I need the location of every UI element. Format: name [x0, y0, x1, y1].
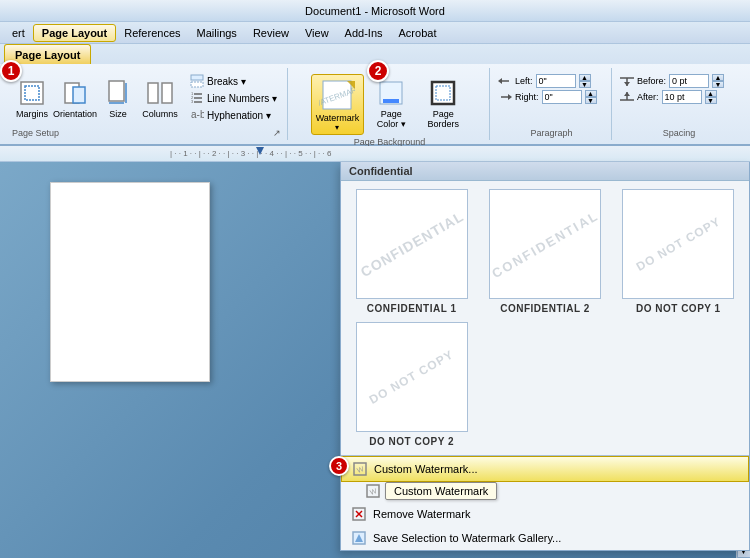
main-area: Confidential CONFIDENTIAL CONFIDENTIAL 1… [0, 162, 750, 558]
watermark-text-do-not-copy-2: DO NOT COPY [367, 347, 456, 407]
custom-watermark-container: 3 W Custom Watermark... W Custom Waterma… [341, 456, 749, 500]
watermark-dropdown-arrow: ▾ [335, 123, 339, 132]
menu-item-review[interactable]: Review [245, 25, 297, 41]
indent-right-spinner[interactable]: ▲ ▼ [585, 90, 597, 104]
remove-watermark-button[interactable]: Remove Watermark [341, 502, 749, 526]
watermark-text-confidential-2: CONFIDENTIAL [489, 207, 601, 280]
tooltip-row: W Custom Watermark [365, 482, 749, 500]
indent-group: Left: ▲ ▼ Right: ▲ ▼ [498, 74, 605, 104]
page-color-label: PageColor ▾ [377, 109, 406, 129]
line-numbers-label: Line Numbers ▾ [207, 93, 277, 104]
spacing-before-up[interactable]: ▲ [712, 74, 724, 81]
ribbon-group-spacing: Before: ▲ ▼ After: ▲ ▼ [614, 68, 744, 140]
paragraph-label: Paragraph [498, 126, 605, 138]
ribbon-group-paragraph: Left: ▲ ▼ Right: ▲ ▼ [492, 68, 612, 140]
svg-rect-9 [191, 75, 203, 80]
indent-left-label: Left: [515, 76, 533, 86]
orientation-button[interactable]: Orientation [54, 74, 96, 122]
watermark-item-do-not-copy-2[interactable]: DO NOT COPY DO NOT COPY 2 [349, 322, 474, 447]
spacing-after-down[interactable]: ▼ [705, 97, 717, 104]
page-color-icon [375, 77, 407, 109]
watermark-button[interactable]: WATERMARK Watermark ▾ [311, 74, 365, 135]
watermark-item-confidential-1[interactable]: CONFIDENTIAL CONFIDENTIAL 1 [349, 189, 474, 314]
save-selection-icon [351, 530, 367, 546]
watermark-text-do-not-copy-1: DO NOT COPY [634, 214, 723, 274]
save-selection-button[interactable]: Save Selection to Watermark Gallery... [341, 526, 749, 550]
watermark-icon: WATERMARK [319, 77, 355, 113]
indent-right-down[interactable]: ▼ [585, 97, 597, 104]
page-borders-icon [427, 77, 459, 109]
hyphenation-button[interactable]: a-b Hyphenation ▾ [186, 107, 281, 123]
watermark-panel-header: Confidential [341, 162, 749, 181]
svg-rect-3 [73, 87, 85, 103]
columns-label: Columns [142, 109, 178, 119]
menu-item-view[interactable]: View [297, 25, 337, 41]
watermark-grid: CONFIDENTIAL CONFIDENTIAL 1 CONFIDENTIAL… [341, 181, 749, 455]
indent-right-up[interactable]: ▲ [585, 90, 597, 97]
svg-rect-10 [191, 82, 203, 87]
watermark-item-do-not-copy-1[interactable]: DO NOT COPY DO NOT COPY 1 [616, 189, 741, 314]
watermark-preview-confidential-1: CONFIDENTIAL [356, 189, 468, 299]
menu-item-acrobat[interactable]: Acrobat [391, 25, 445, 41]
spacing-after-input[interactable] [662, 90, 702, 104]
tooltip-icon: W [365, 483, 381, 499]
indent-left-up[interactable]: ▲ [579, 74, 591, 81]
page-setup-launcher[interactable]: ↗ [273, 128, 281, 138]
spacing-before-label: Before: [637, 76, 666, 86]
save-selection-label: Save Selection to Watermark Gallery... [373, 532, 561, 544]
svg-marker-34 [624, 92, 630, 96]
step-2-badge: 2 [367, 60, 389, 82]
watermark-label-confidential-2: CONFIDENTIAL 2 [500, 303, 590, 314]
indent-left-spinner[interactable]: ▲ ▼ [579, 74, 591, 88]
svg-rect-23 [432, 82, 454, 104]
menu-item-references[interactable]: References [116, 25, 188, 41]
watermark-dropdown-panel: Confidential CONFIDENTIAL CONFIDENTIAL 1… [340, 162, 750, 551]
columns-button[interactable]: Columns [140, 74, 180, 122]
spacing-before-spinner[interactable]: ▲ ▼ [712, 74, 724, 88]
menu-item-insert[interactable]: ert [4, 25, 33, 41]
remove-watermark-icon [351, 506, 367, 522]
svg-text:W: W [356, 465, 365, 474]
ribbon-group-page-setup: 1 Margins Orientation [6, 68, 288, 140]
spacing-before-down[interactable]: ▼ [712, 81, 724, 88]
indent-controls: Left: ▲ ▼ Right: ▲ ▼ [498, 70, 605, 108]
menu-item-page-layout[interactable]: Page Layout [33, 24, 116, 42]
watermark-label-confidential-1: CONFIDENTIAL 1 [367, 303, 457, 314]
line-numbers-button[interactable]: 123 Line Numbers ▾ [186, 90, 281, 106]
orientation-label: Orientation [53, 109, 97, 119]
watermark-text-confidential-1: CONFIDENTIAL [357, 208, 466, 280]
svg-rect-22 [383, 99, 399, 103]
watermark-preview-do-not-copy-1: DO NOT COPY [622, 189, 734, 299]
spacing-before-input[interactable] [669, 74, 709, 88]
menu-item-add-ins[interactable]: Add-Ins [337, 25, 391, 41]
indent-left-row: Left: ▲ ▼ [498, 74, 605, 88]
page-color-button[interactable]: PageColor ▾ [366, 74, 416, 132]
tooltip-text: Custom Watermark [394, 485, 488, 497]
spacing-controls: Before: ▲ ▼ After: ▲ ▼ [620, 70, 738, 108]
hyphenation-label: Hyphenation ▾ [207, 110, 271, 121]
breaks-button[interactable]: Breaks ▾ [186, 73, 281, 89]
window-title: Document1 - Microsoft Word [305, 5, 445, 17]
custom-watermark-button[interactable]: W Custom Watermark... [341, 456, 749, 482]
watermark-item-confidential-2[interactable]: CONFIDENTIAL CONFIDENTIAL 2 [482, 189, 607, 314]
page-borders-button[interactable]: PageBorders [418, 74, 468, 132]
indent-left-input[interactable] [536, 74, 576, 88]
spacing-before-row: Before: ▲ ▼ [620, 74, 738, 88]
spacing-after-up[interactable]: ▲ [705, 90, 717, 97]
indent-right-row: Right: ▲ ▼ [498, 90, 605, 104]
margins-button[interactable]: Margins [12, 74, 52, 122]
step-3-badge: 3 [329, 456, 349, 476]
svg-marker-26 [498, 78, 502, 84]
spacing-after-spinner[interactable]: ▲ ▼ [705, 90, 717, 104]
custom-watermark-label: Custom Watermark... [374, 463, 478, 475]
spacing-after-label: After: [637, 92, 659, 102]
indent-right-input[interactable] [542, 90, 582, 104]
size-button[interactable]: Size [98, 74, 138, 122]
spacing-group: Before: ▲ ▼ After: ▲ ▼ [620, 74, 738, 104]
menu-item-mailings[interactable]: Mailings [189, 25, 245, 41]
svg-rect-8 [162, 83, 172, 103]
margins-icon [16, 77, 48, 109]
indent-left-down[interactable]: ▼ [579, 81, 591, 88]
spacing-after-row: After: ▲ ▼ [620, 90, 738, 104]
watermark-panel-title: Confidential [349, 165, 413, 177]
